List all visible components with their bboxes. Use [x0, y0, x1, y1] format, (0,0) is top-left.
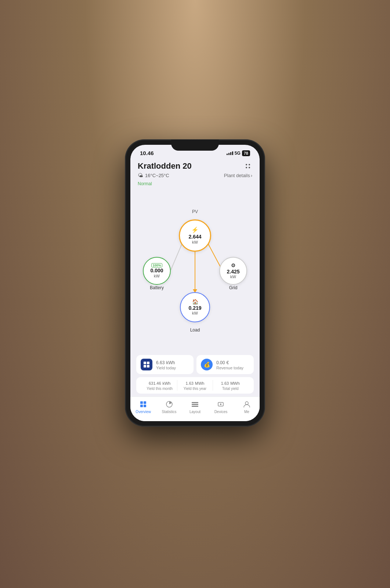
weather-info: 🌤 16°C~25°C — [138, 172, 169, 178]
solar-panel-icon: ⚡ — [191, 226, 199, 233]
devices-icon — [216, 400, 225, 409]
total-yield-value: 1.63 MWh — [213, 380, 248, 386]
battery-label: Battery — [143, 285, 171, 290]
revenue-today-value: 0.00 € — [216, 359, 243, 365]
nav-me[interactable]: Me — [234, 400, 260, 414]
chevron-right-icon: › — [251, 173, 252, 178]
signal-bar-2 — [228, 153, 230, 155]
total-yield-item: 1.63 MWh Total yield — [213, 380, 248, 391]
grid-label: Grid — [219, 285, 247, 290]
status-normal: Normal — [130, 181, 260, 186]
nav-overview-label: Overview — [136, 410, 151, 414]
pv-value: 2.644 — [188, 234, 201, 240]
phone-shell: 10.46 5G 78 Kratlodden 2 — [125, 140, 265, 426]
yield-today-card[interactable]: 6.63 kWh Yield today — [136, 355, 194, 374]
phone-screen: 10.46 5G 78 Kratlodden 2 — [130, 145, 260, 421]
pv-node[interactable]: ⚡ 2.644 kW — [179, 219, 211, 252]
svg-rect-16 — [192, 406, 198, 407]
svg-rect-10 — [144, 405, 146, 407]
cloud-icon: 🌤 — [138, 172, 143, 178]
grid-icon: ⚙ — [231, 262, 236, 268]
energy-flow-section: ⚡ 2.644 kW PV 100% 0.000 kW Battery — [130, 186, 260, 355]
revenue-today-label: Revenue today — [216, 366, 243, 370]
profile-icon — [242, 400, 251, 409]
layout-icon — [191, 400, 199, 409]
pv-label: PV — [192, 209, 198, 214]
pv-unit: kW — [192, 240, 198, 244]
battery-node[interactable]: 100% 0.000 kW — [143, 257, 171, 285]
grid-unit: kW — [230, 275, 236, 279]
svg-line-2 — [171, 243, 182, 270]
yield-summary-row: 631.46 kWh Yield this month 1.63 MWh Yie… — [136, 377, 254, 394]
yield-year-label: Yield this year — [177, 387, 212, 391]
yield-year-value: 1.63 MWh — [177, 380, 212, 386]
yield-today-value: 6.63 kWh — [156, 359, 176, 365]
svg-rect-14 — [192, 402, 198, 403]
svg-rect-7 — [144, 365, 146, 368]
more-menu-button[interactable] — [246, 164, 252, 168]
svg-rect-12 — [144, 401, 146, 404]
battery-pct: 100% — [151, 263, 162, 268]
svg-point-19 — [245, 402, 248, 405]
revenue-today-card[interactable]: 💰 0.00 € Revenue today — [196, 355, 254, 374]
battery-level: 78 — [242, 150, 250, 156]
revenue-icon: 💰 — [201, 359, 213, 370]
nav-me-label: Me — [244, 410, 249, 414]
plant-details-link[interactable]: Plant details › — [224, 173, 252, 178]
yield-today-label: Yield today — [156, 366, 176, 370]
page-title: Kratlodden 20 — [138, 161, 192, 171]
signal-bar-1 — [227, 154, 228, 155]
flow-diagram: ⚡ 2.644 kW PV 100% 0.000 kW Battery — [140, 216, 250, 326]
battery-value: 0.000 — [150, 268, 163, 273]
svg-point-18 — [220, 404, 221, 405]
dot-3 — [246, 167, 247, 168]
nav-layout-label: Layout — [189, 410, 201, 414]
dot-1 — [246, 164, 247, 165]
bottom-nav: Overview Statistics — [130, 397, 260, 421]
load-unit: kW — [192, 311, 198, 315]
statistics-icon — [165, 400, 174, 409]
load-node[interactable]: 🏠 0.219 kW — [180, 292, 210, 322]
revenue-today-info: 0.00 € Revenue today — [216, 359, 243, 370]
yield-today-info: 6.63 kWh Yield today — [156, 359, 176, 370]
coin-icon: 💰 — [204, 362, 210, 368]
overview-icon — [139, 400, 148, 409]
nav-layout[interactable]: Layout — [182, 400, 208, 414]
dot-4 — [249, 167, 250, 168]
yield-year-item: 1.63 MWh Yield this year — [177, 380, 213, 391]
battery-unit: kW — [154, 274, 160, 278]
notch — [171, 140, 219, 151]
signal-bars — [227, 151, 233, 155]
total-yield-label: Total yield — [213, 387, 248, 391]
grid-node[interactable]: ⚙ 2.425 kW — [219, 257, 247, 285]
yield-month-item: 631.46 kWh Yield this month — [142, 380, 177, 391]
nav-devices-label: Devices — [214, 410, 228, 414]
weather-row: 🌤 16°C~25°C Plant details › — [138, 172, 252, 178]
solar-icon — [141, 359, 152, 370]
app-content: Kratlodden 20 🌤 16°C~25°C — [130, 158, 260, 421]
status-right: 5G 78 — [227, 150, 250, 156]
svg-rect-6 — [147, 362, 149, 364]
svg-rect-8 — [147, 365, 149, 368]
svg-rect-5 — [144, 362, 146, 364]
load-value: 0.219 — [188, 305, 201, 311]
nav-statistics-label: Statistics — [162, 410, 177, 414]
load-label: Load — [190, 327, 200, 333]
signal-bar-3 — [230, 152, 231, 155]
dot-2 — [249, 164, 250, 165]
yield-month-label: Yield this month — [142, 387, 177, 391]
nav-statistics[interactable]: Statistics — [156, 400, 182, 414]
weather-temp: 16°C~25°C — [145, 173, 169, 178]
phone-device: 10.46 5G 78 Kratlodden 2 — [125, 140, 265, 426]
nav-devices[interactable]: Devices — [208, 400, 234, 414]
grid-value: 2.425 — [227, 269, 239, 275]
svg-rect-15 — [192, 404, 198, 405]
status-time: 10.46 — [140, 150, 154, 156]
nav-overview[interactable]: Overview — [130, 400, 156, 414]
home-icon: 🏠 — [192, 299, 198, 305]
stats-row: 6.63 kWh Yield today 💰 0.00 € — [130, 355, 260, 377]
svg-rect-9 — [140, 405, 143, 407]
yield-month-value: 631.46 kWh — [142, 380, 177, 386]
network-type: 5G — [235, 151, 241, 156]
svg-rect-11 — [140, 401, 143, 404]
